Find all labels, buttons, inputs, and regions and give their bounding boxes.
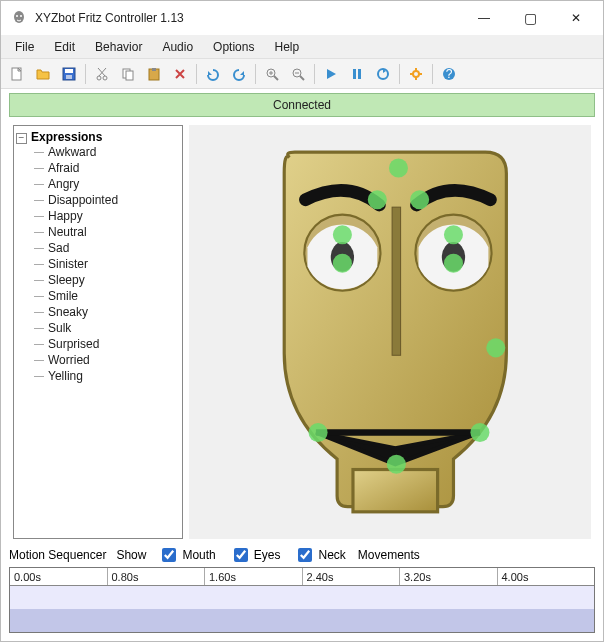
show-eyes-checkbox[interactable]: Eyes xyxy=(230,545,281,565)
app-window: XYZbot Fritz Controller 1.13 — ▢ ✕ File … xyxy=(0,0,604,642)
svg-point-2 xyxy=(20,15,22,17)
menu-edit[interactable]: Edit xyxy=(44,35,85,58)
svg-point-8 xyxy=(103,76,107,80)
settings-button[interactable] xyxy=(404,62,428,86)
timeline-tick: 1.60s xyxy=(205,568,303,585)
menu-audio[interactable]: Audio xyxy=(152,35,203,58)
zoom-in-button[interactable] xyxy=(260,62,284,86)
tree-leaf[interactable]: Sad xyxy=(34,240,180,256)
svg-rect-21 xyxy=(353,470,438,512)
tree-leaf[interactable]: Yelling xyxy=(34,368,180,384)
tree-leaf[interactable]: Sinister xyxy=(34,256,180,272)
collapse-icon[interactable]: − xyxy=(16,133,27,144)
timeline-lanes[interactable] xyxy=(10,586,594,632)
toolbar-separator xyxy=(314,64,315,84)
svg-point-32 xyxy=(333,254,352,273)
save-button[interactable] xyxy=(57,62,81,86)
work-area: −Expressions Awkward Afraid Angry Disapp… xyxy=(13,125,591,539)
timeline-tick: 3.20s xyxy=(400,568,498,585)
cut-button[interactable] xyxy=(90,62,114,86)
paste-button[interactable] xyxy=(142,62,166,86)
connection-status-text: Connected xyxy=(273,98,331,112)
show-neck-checkbox[interactable]: Neck xyxy=(294,545,345,565)
tree-root-label: Expressions xyxy=(31,130,102,144)
menu-behavior[interactable]: Behavior xyxy=(85,35,152,58)
tree-leaf[interactable]: Disappointed xyxy=(34,192,180,208)
title-bar: XYZbot Fritz Controller 1.13 — ▢ ✕ xyxy=(1,1,603,35)
zoom-out-button[interactable] xyxy=(286,62,310,86)
svg-rect-12 xyxy=(152,68,156,71)
menu-bar: File Edit Behavior Audio Options Help xyxy=(1,35,603,59)
svg-point-31 xyxy=(444,225,463,244)
robot-face-svg xyxy=(189,125,591,539)
tree-root-node[interactable]: −Expressions xyxy=(16,130,180,144)
robot-face-canvas[interactable] xyxy=(189,125,591,539)
svg-point-1 xyxy=(16,15,18,17)
svg-rect-26 xyxy=(392,207,400,355)
timeline-tick: 0.00s xyxy=(10,568,108,585)
tree-leaf[interactable]: Afraid xyxy=(34,160,180,176)
maximize-button[interactable]: ▢ xyxy=(507,3,553,33)
menu-file[interactable]: File xyxy=(5,35,44,58)
close-button[interactable]: ✕ xyxy=(553,3,599,33)
expression-tree[interactable]: −Expressions Awkward Afraid Angry Disapp… xyxy=(13,125,183,539)
motion-sequencer: Motion Sequencer Show Mouth Eyes Neck Mo… xyxy=(9,543,595,633)
connection-status-bar: Connected xyxy=(9,93,595,117)
sequencer-movements-label: Movements xyxy=(358,548,420,562)
tree-leaf[interactable]: Smile xyxy=(34,288,180,304)
tree-leaf[interactable]: Surprised xyxy=(34,336,180,352)
show-mouth-checkbox[interactable]: Mouth xyxy=(158,545,215,565)
timeline-tick: 0.80s xyxy=(108,568,206,585)
toolbar-separator xyxy=(255,64,256,84)
menu-options[interactable]: Options xyxy=(203,35,264,58)
pause-button[interactable] xyxy=(345,62,369,86)
checkbox-eyes-input[interactable] xyxy=(234,548,248,562)
sequencer-timeline[interactable]: 0.00s 0.80s 1.60s 2.40s 3.20s 4.00s xyxy=(9,567,595,633)
svg-rect-5 xyxy=(65,69,73,73)
redo-button[interactable] xyxy=(227,62,251,86)
toolbar-separator xyxy=(196,64,197,84)
tree-leaf[interactable]: Worried xyxy=(34,352,180,368)
tree-leaf[interactable]: Happy xyxy=(34,208,180,224)
checkbox-neck-input[interactable] xyxy=(298,548,312,562)
svg-point-30 xyxy=(333,225,352,244)
sequencer-title: Motion Sequencer xyxy=(9,548,106,562)
svg-point-33 xyxy=(444,254,463,273)
loop-button[interactable] xyxy=(371,62,395,86)
svg-point-18 xyxy=(413,71,419,77)
checkbox-label: Eyes xyxy=(254,548,281,562)
new-file-button[interactable] xyxy=(5,62,29,86)
svg-point-36 xyxy=(470,423,489,442)
checkbox-mouth-input[interactable] xyxy=(162,548,176,562)
play-button[interactable] xyxy=(319,62,343,86)
help-button[interactable]: ? xyxy=(437,62,461,86)
minimize-button[interactable]: — xyxy=(461,3,507,33)
tree-leaf[interactable]: Angry xyxy=(34,176,180,192)
toolbar-separator xyxy=(432,64,433,84)
svg-point-27 xyxy=(389,159,408,178)
tree-leaf[interactable]: Sneaky xyxy=(34,304,180,320)
svg-point-34 xyxy=(486,338,505,357)
svg-point-28 xyxy=(368,190,387,209)
toolbar: ? xyxy=(1,59,603,89)
copy-button[interactable] xyxy=(116,62,140,86)
timeline-tick: 2.40s xyxy=(303,568,401,585)
tree-leaf[interactable]: Awkward xyxy=(34,144,180,160)
svg-rect-16 xyxy=(358,69,361,79)
toolbar-separator xyxy=(85,64,86,84)
undo-button[interactable] xyxy=(201,62,225,86)
menu-help[interactable]: Help xyxy=(264,35,309,58)
tree-leaf[interactable]: Sulk xyxy=(34,320,180,336)
tree-leaf[interactable]: Neutral xyxy=(34,224,180,240)
svg-rect-6 xyxy=(66,75,72,79)
tree-leaf[interactable]: Sleepy xyxy=(34,272,180,288)
open-file-button[interactable] xyxy=(31,62,55,86)
timeline-tick: 4.00s xyxy=(498,568,595,585)
checkbox-label: Mouth xyxy=(182,548,215,562)
svg-rect-10 xyxy=(126,71,133,80)
timeline-ticks: 0.00s 0.80s 1.60s 2.40s 3.20s 4.00s xyxy=(10,568,594,586)
svg-point-37 xyxy=(387,455,406,474)
checkbox-label: Neck xyxy=(318,548,345,562)
delete-button[interactable] xyxy=(168,62,192,86)
svg-point-29 xyxy=(410,190,429,209)
